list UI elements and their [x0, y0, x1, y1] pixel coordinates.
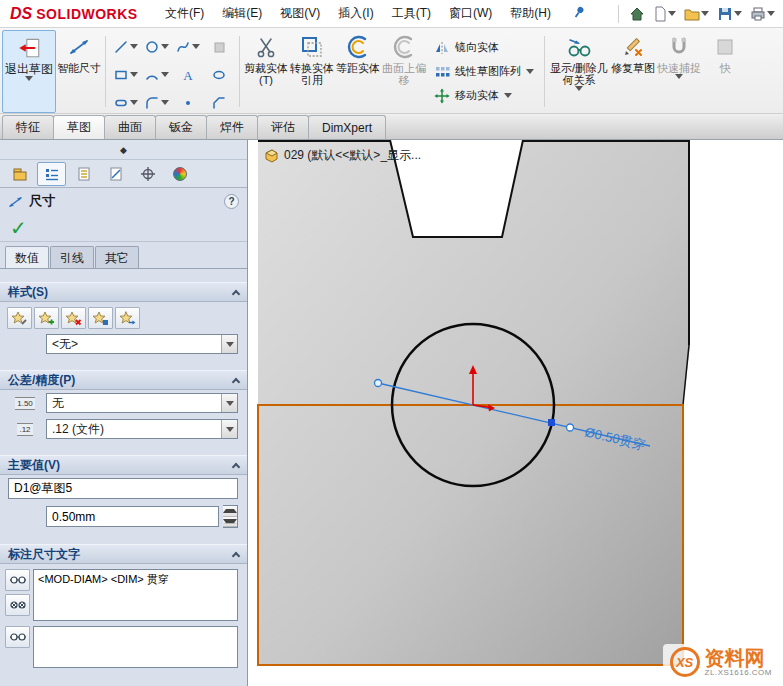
circle-tool-button[interactable] [142, 33, 172, 60]
slot-icon [114, 96, 128, 110]
precision-dropdown-button[interactable] [221, 420, 237, 438]
tolerance-type-dropdown[interactable]: 无 [46, 393, 238, 413]
crosshair-icon [140, 166, 156, 182]
quick-snaps-button[interactable]: 快速捕捉 [656, 30, 702, 113]
print-button[interactable] [748, 4, 777, 24]
graphics-viewport[interactable]: Ø0.50贯穿 029 (默认<<默认>_显示... XS 资料网 ZL.XS1… [248, 140, 783, 686]
open-button[interactable] [682, 4, 711, 24]
secondary-text-button[interactable] [5, 626, 30, 648]
dimension-text-input[interactable]: <MOD-DIAM> <DIM> 贯穿 [33, 569, 238, 621]
menu-window[interactable]: 窗口(W) [440, 0, 501, 27]
tolerance-type-dropdown-button[interactable] [221, 394, 237, 412]
spinner-up-button[interactable] [223, 506, 237, 517]
tree-item-label: 029 (默认<<默认>_显示... [284, 147, 421, 164]
text-tool-button[interactable]: A [173, 61, 203, 88]
style-dropdown-button[interactable] [221, 335, 237, 353]
tab-value[interactable]: 数值 [5, 246, 49, 268]
move-entities-button[interactable]: 移动实体 [431, 85, 537, 107]
clipped-ribbon-label: 快 [720, 62, 731, 74]
menu-tools[interactable]: 工具(T) [383, 0, 440, 27]
style-default-button[interactable] [7, 307, 32, 329]
arc-tool-button[interactable] [142, 61, 172, 88]
pattern-tools-group: 镜向实体 线性草图阵列 移动实体 [427, 30, 541, 113]
display-manager-tab[interactable] [165, 162, 194, 186]
style-save-button[interactable] [88, 307, 113, 329]
secondary-text-box[interactable] [33, 626, 238, 668]
convert-entities-button[interactable]: 转换实体引用 [289, 30, 335, 113]
menu-file[interactable]: 文件(F) [156, 0, 213, 27]
home-button[interactable] [627, 4, 647, 24]
ellipse-tool-button[interactable] [204, 61, 234, 88]
tab-features[interactable]: 特征 [2, 115, 54, 139]
tab-dimxpert[interactable]: DimXpert [308, 115, 386, 139]
precision-dropdown[interactable]: .12 (文件) [46, 419, 238, 439]
primary-value-section-header[interactable]: 主要值(V) [0, 455, 247, 475]
tab-evaluate[interactable]: 评估 [257, 115, 309, 139]
tolerance-section-header[interactable]: 公差/精度(P) [0, 370, 247, 390]
magnet-icon [667, 35, 691, 59]
dim-text-position-button[interactable] [5, 569, 30, 591]
style-delete-button[interactable] [61, 307, 86, 329]
flyout-feature-tree[interactable]: 029 (默认<<默认>_显示... [264, 147, 421, 164]
menu-edit[interactable]: 编辑(E) [213, 0, 271, 27]
value-spinner [223, 505, 238, 528]
spline-tool-button[interactable] [173, 33, 203, 60]
property-manager-tab[interactable] [37, 162, 66, 186]
tab-other[interactable]: 其它 [95, 246, 139, 268]
exit-sketch-button[interactable]: 退出草图 [2, 30, 56, 113]
linear-pattern-icon [434, 64, 450, 80]
style-dropdown[interactable]: <无> [46, 334, 238, 354]
repair-sketch-button[interactable]: 修复草图 [610, 30, 656, 113]
spinner-down-button[interactable] [223, 517, 237, 528]
tab-surfaces[interactable]: 曲面 [104, 115, 156, 139]
style-load-button[interactable] [115, 307, 140, 329]
pin-menu-button[interactable] [570, 3, 588, 24]
dimension-text-section: 标注尺寸文字 [0, 544, 247, 668]
panel-splitter[interactable]: ◆ [0, 140, 247, 160]
feature-manager-tab[interactable] [5, 162, 34, 186]
fillet-tool-button[interactable] [142, 89, 172, 116]
configuration-manager-tab[interactable] [69, 162, 98, 186]
dimension-endpoint-handle[interactable] [375, 380, 382, 387]
tab-leaders[interactable]: 引线 [50, 246, 94, 268]
menu-view[interactable]: 视图(V) [271, 0, 329, 27]
clipped-ribbon-button[interactable]: 快 [702, 30, 748, 113]
chamfer-tool-button[interactable] [204, 89, 234, 116]
help-button[interactable]: ? [224, 194, 239, 209]
slot-tool-button[interactable] [111, 89, 141, 116]
linear-pattern-button[interactable]: 线性草图阵列 [431, 61, 537, 83]
menu-insert[interactable]: 插入(I) [329, 0, 382, 27]
dim-text-offset-button[interactable] [5, 594, 30, 616]
dimension-text-section-header[interactable]: 标注尺寸文字 [0, 544, 247, 564]
dimension-name-input[interactable] [8, 478, 238, 499]
move-entities-label: 移动实体 [455, 88, 499, 103]
style-section-header[interactable]: 样式(S) [0, 282, 247, 302]
point-tool-button[interactable] [173, 89, 203, 116]
new-document-button[interactable] [651, 4, 678, 24]
model-canvas[interactable]: Ø0.50贯穿 [248, 140, 783, 686]
dimxpert-manager-tab[interactable] [101, 162, 130, 186]
circle-icon [145, 40, 159, 54]
origin-display-tab[interactable] [133, 162, 162, 186]
line-tool-button[interactable] [111, 33, 141, 60]
rectangle-tool-button[interactable] [111, 61, 141, 88]
save-button[interactable] [715, 4, 744, 24]
style-add-button[interactable] [34, 307, 59, 329]
dimension-text-handle[interactable] [567, 424, 574, 431]
tab-sketch[interactable]: 草图 [53, 115, 105, 139]
selected-point-handle[interactable] [548, 419, 555, 426]
display-delete-relations-button[interactable]: 显示/删除几何关系 [548, 30, 610, 113]
sketch-picture-button[interactable] [204, 33, 234, 60]
home-icon [629, 6, 645, 22]
menu-help[interactable]: 帮助(H) [501, 0, 560, 27]
offset-entities-button[interactable]: 等距实体 [335, 30, 381, 113]
surface-offset-button[interactable]: 曲面上偏移 [381, 30, 427, 113]
dimension-value-input[interactable] [46, 506, 219, 527]
offset-entities-label: 等距实体 [336, 62, 380, 74]
smart-dimension-button[interactable]: 智能尺寸 [56, 30, 102, 113]
mirror-entities-button[interactable]: 镜向实体 [431, 37, 537, 59]
trim-entities-button[interactable]: 剪裁实体(T) [243, 30, 289, 113]
ok-button[interactable]: ✓ [10, 218, 27, 238]
tab-sheet-metal[interactable]: 钣金 [155, 115, 207, 139]
tab-weldments[interactable]: 焊件 [206, 115, 258, 139]
